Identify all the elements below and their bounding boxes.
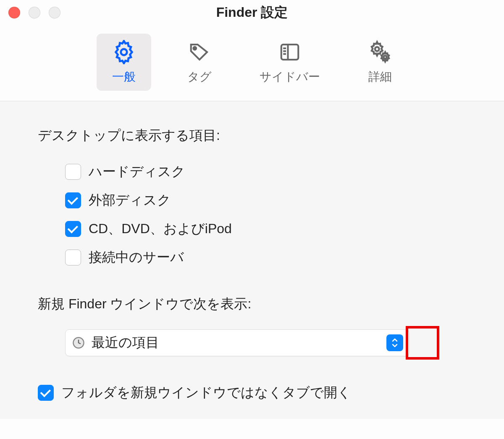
checkbox-label: CD、DVD、およびiPod — [89, 220, 232, 238]
checkbox-row-tabs: フォルダを新規ウインドウではなくタブで開く — [38, 356, 466, 402]
svg-rect-2 — [281, 45, 299, 60]
checkbox-row-cddvd: CD、DVD、およびiPod — [38, 215, 466, 243]
checkbox-row-harddisk: ハードディスク — [38, 158, 466, 186]
checkbox-label: 外部ディスク — [89, 191, 171, 210]
tag-icon — [187, 39, 212, 65]
content-pane: デスクトップに表示する項目: ハードディスク 外部ディスク CD、DVD、および… — [0, 101, 504, 419]
tab-label: 一般 — [112, 69, 136, 85]
svg-point-8 — [383, 55, 386, 58]
svg-point-0 — [121, 49, 127, 55]
tab-label: サイドバー — [260, 69, 320, 85]
clock-icon — [71, 336, 86, 350]
checkbox-label: ハードディスク — [89, 163, 185, 181]
checkbox-harddisk[interactable] — [65, 164, 81, 180]
finder-settings-window: Finder 設定 一般 タグ — [0, 0, 504, 439]
highlight-annotation — [406, 326, 439, 360]
minimize-button[interactable] — [29, 7, 40, 18]
traffic-lights — [8, 7, 60, 18]
checkbox-external-disks[interactable] — [65, 192, 81, 208]
checkbox-label: 接続中のサーバ — [89, 248, 184, 267]
new-window-label: 新規 Finder ウインドウで次を表示: — [38, 295, 466, 313]
desktop-items-label: デスクトップに表示する項目: — [38, 126, 466, 145]
close-button[interactable] — [8, 7, 20, 18]
maximize-button[interactable] — [49, 7, 60, 18]
dropdown-value: 最近の項目 — [92, 334, 381, 352]
window-title: Finder 設定 — [216, 3, 288, 22]
tab-label: タグ — [187, 69, 212, 85]
checkbox-open-in-tabs[interactable] — [38, 385, 54, 401]
svg-point-7 — [375, 47, 379, 51]
checkbox-row-servers: 接続中のサーバ — [38, 243, 466, 272]
sidebar-icon — [277, 39, 302, 65]
tab-general[interactable]: 一般 — [97, 34, 151, 91]
chevron-updown-icon — [386, 334, 403, 351]
tab-label: 詳細 — [368, 69, 392, 85]
svg-point-1 — [193, 47, 196, 50]
gears-icon — [368, 39, 393, 65]
checkbox-label: フォルダを新規ウインドウではなくタブで開く — [61, 384, 351, 402]
checkbox-connected-servers[interactable] — [65, 250, 81, 266]
checkbox-cd-dvd-ipod[interactable] — [65, 221, 81, 237]
new-window-dropdown[interactable]: 最近の項目 — [65, 329, 410, 356]
tab-advanced[interactable]: 詳細 — [353, 34, 407, 91]
checkbox-row-external: 外部ディスク — [38, 186, 466, 215]
tab-sidebar[interactable]: サイドバー — [248, 34, 332, 91]
gear-icon — [111, 39, 136, 65]
tab-tags[interactable]: タグ — [172, 34, 227, 91]
dropdown-container: 最近の項目 — [38, 326, 466, 356]
toolbar-tabs: 一般 タグ サイドバー — [0, 25, 504, 101]
titlebar: Finder 設定 — [0, 0, 504, 25]
